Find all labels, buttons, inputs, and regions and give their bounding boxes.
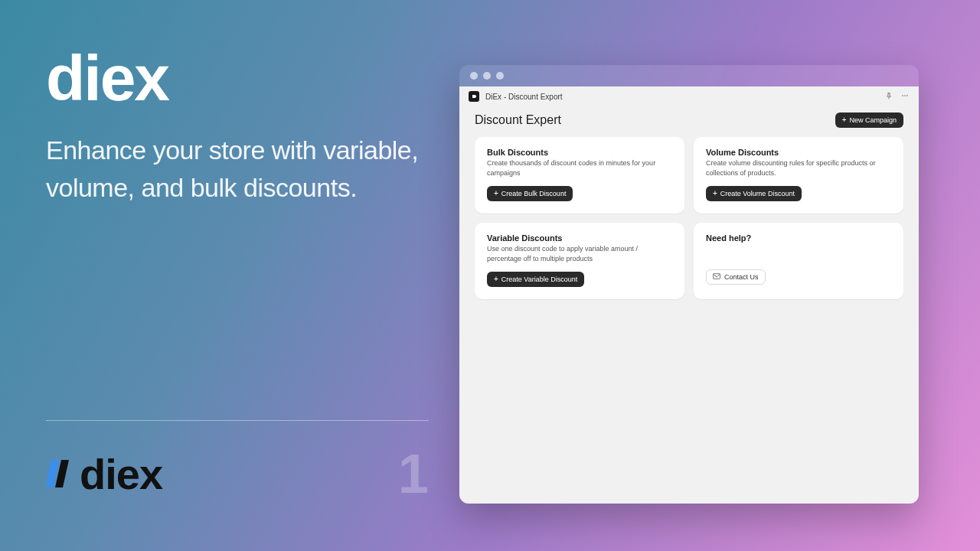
mail-icon (713, 273, 720, 281)
card-title: Volume Discounts (706, 148, 891, 157)
plus-icon: + (713, 190, 717, 197)
plus-icon: + (494, 276, 498, 283)
window-dot-close[interactable] (470, 72, 478, 80)
card-variable-discounts: Variable Discounts Use one discount code… (475, 223, 684, 299)
footer: diex 1 (46, 420, 429, 520)
more-icon[interactable] (900, 92, 910, 101)
brand-logo: diex (46, 449, 162, 499)
contact-us-button[interactable]: Contact Us (706, 269, 766, 285)
app-icon (469, 91, 479, 102)
card-desc: Use one discount code to apply variable … (487, 244, 672, 263)
card-desc: Create volume discounting rules for spec… (706, 158, 891, 178)
page-number: 1 (398, 442, 429, 505)
logo-word: diex (80, 449, 162, 499)
plus-icon: + (494, 190, 498, 197)
card-need-help: Need help? Contact Us (694, 223, 903, 299)
plus-icon: + (842, 116, 847, 124)
app-header: DiEx - Discount Export (459, 86, 919, 105)
create-volume-discount-button[interactable]: + Create Volume Discount (706, 186, 802, 201)
card-title: Bulk Discounts (487, 148, 672, 157)
card-desc: Create thousands of discount codes in mi… (487, 158, 672, 178)
create-bulk-discount-button[interactable]: + Create Bulk Discount (487, 186, 573, 201)
window-titlebar (459, 65, 919, 86)
svg-point-3 (902, 95, 903, 96)
card-volume-discounts: Volume Discounts Create volume discounti… (694, 137, 903, 214)
app-window: DiEx - Discount Export Discount Expert +… (459, 65, 919, 504)
card-title: Variable Discounts (487, 233, 672, 243)
page-title: Discount Expert (475, 113, 561, 127)
svg-rect-6 (713, 274, 720, 279)
svg-point-5 (906, 95, 908, 96)
app-header-title: DiEx - Discount Export (485, 93, 563, 101)
logo-mark-icon (46, 455, 70, 492)
card-desc (706, 244, 891, 261)
create-variable-discount-button[interactable]: + Create Variable Discount (487, 272, 584, 287)
window-dot-max[interactable] (496, 72, 504, 80)
window-dot-min[interactable] (483, 72, 491, 80)
card-title: Need help? (706, 233, 891, 243)
svg-point-4 (904, 95, 906, 96)
brand-subtitle: Enhance your store with variable, volume… (46, 132, 429, 207)
card-bulk-discounts: Bulk Discounts Create thousands of disco… (475, 137, 684, 214)
new-campaign-button[interactable]: + New Campaign (835, 112, 903, 128)
brand-title: diex (46, 46, 429, 110)
pin-icon[interactable] (885, 92, 893, 101)
